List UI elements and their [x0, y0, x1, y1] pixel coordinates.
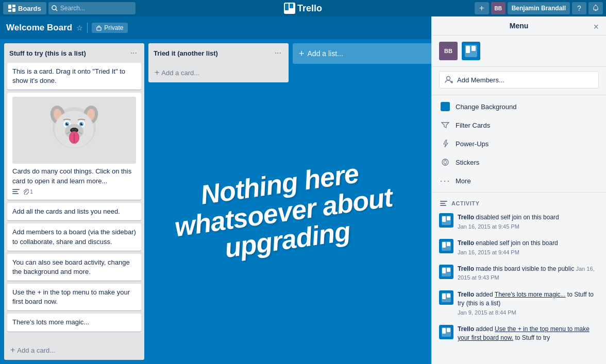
stickers-icon — [440, 157, 450, 167]
menu-item-change-background[interactable]: Change Background — [432, 97, 606, 116]
boards-button[interactable]: Boards — [3, 2, 46, 14]
list-menu-button-1[interactable]: ··· — [128, 47, 139, 59]
boards-icon — [8, 5, 15, 12]
svg-rect-9 — [595, 10, 597, 11]
menu-title: Menu — [510, 22, 529, 30]
filter-cards-icon — [440, 120, 450, 130]
svg-rect-11 — [97, 27, 101, 30]
trello-logo-icon — [465, 45, 477, 57]
card-text-5: You can also see board activity, change … — [12, 258, 130, 275]
activity-item-2: Trello enabled self join on this board J… — [437, 235, 601, 261]
activity-icon — [440, 200, 447, 207]
user-menu-button[interactable]: Benjamin Brandall — [508, 2, 570, 14]
dog-face-svg — [43, 99, 105, 161]
power-ups-icon — [440, 138, 450, 149]
activity-list: Trello disabled self join on this board … — [432, 209, 606, 346]
svg-rect-0 — [8, 5, 11, 9]
list-menu-button-2[interactable]: ··· — [273, 47, 283, 59]
filter-cards-label: Filter Cards — [456, 122, 490, 129]
card-2[interactable]: Cards do many cool things. Click on this… — [7, 93, 141, 200]
board-visibility-button[interactable]: Private — [92, 23, 127, 33]
add-card-label-2: Add a card... — [161, 69, 199, 77]
cards-container-2 — [148, 61, 289, 65]
more-icon: ··· — [440, 176, 450, 186]
user-avatar[interactable]: BB — [491, 2, 506, 14]
power-ups-label: Power-Ups — [456, 140, 489, 148]
add-card-button-2[interactable]: + Add a card... — [149, 65, 288, 80]
svg-rect-8 — [290, 4, 293, 8]
attachment-badge: 1 — [23, 188, 33, 196]
card-1[interactable]: This is a card. Drag it onto "Tried It" … — [7, 63, 141, 90]
activity-text-1: Trello disabled self join on this board … — [458, 213, 599, 231]
activity-text-2: Trello enabled self join on this board J… — [458, 239, 599, 256]
list-stuff-to-try: Stuff to try (this is a list) ··· This i… — [4, 43, 144, 360]
svg-rect-40 — [472, 46, 476, 51]
menu-item-filter-cards[interactable]: Filter Cards — [432, 116, 606, 134]
add-members-button[interactable]: Add Members... — [439, 71, 599, 89]
menu-item-more[interactable]: ··· More — [432, 171, 606, 190]
search-box[interactable] — [48, 2, 136, 14]
svg-rect-64 — [442, 328, 446, 334]
add-members-label: Add Members... — [457, 76, 504, 84]
card-5[interactable]: You can also see board activity, change … — [7, 254, 141, 281]
notification-icon — [592, 5, 599, 12]
svg-rect-1 — [12, 5, 15, 7]
card-text-3: Add all the cards and lists you need. — [12, 207, 120, 215]
svg-rect-55 — [442, 242, 446, 248]
activity-avatar-5 — [439, 325, 453, 339]
svg-rect-58 — [442, 268, 446, 273]
svg-rect-7 — [285, 4, 289, 10]
search-input[interactable] — [60, 5, 132, 12]
activity-avatar-2 — [439, 239, 453, 253]
promo-text-area: Nothing here whatsoever about upgrading — [149, 49, 417, 364]
menu-item-stickers[interactable]: Stickers — [432, 153, 606, 171]
add-card-button-1[interactable]: + Add a card... — [5, 342, 143, 358]
top-nav: Boards Trello + BB Benjamin Brandall ? — [0, 0, 606, 16]
list-header-2: Tried it (another list) ··· — [148, 43, 289, 61]
svg-rect-61 — [442, 293, 446, 299]
svg-point-29 — [75, 129, 77, 131]
description-badge — [12, 189, 20, 194]
help-button[interactable]: ? — [572, 2, 586, 14]
add-list-button[interactable]: + Add a list... — [293, 43, 433, 64]
list-tried-it: Tried it (another list) ··· + Add a card… — [148, 43, 289, 82]
svg-rect-37 — [12, 193, 19, 194]
list-header-1: Stuff to try (this is a list) ··· — [4, 43, 144, 61]
svg-rect-65 — [447, 328, 450, 332]
menu-header: Menu × — [432, 16, 606, 36]
board-title[interactable]: Welcome Board — [6, 23, 72, 33]
attachment-icon — [23, 188, 29, 195]
description-icon — [12, 189, 20, 194]
menu-panel: Menu × BB Add Members... Change — [431, 16, 606, 364]
card-7[interactable]: There's lots more magic... — [7, 314, 141, 331]
card-4[interactable]: Add members to a board (via the sidebar)… — [7, 223, 141, 250]
menu-close-button[interactable]: × — [590, 21, 602, 33]
card-3[interactable]: Add all the cards and lists you need. — [7, 203, 141, 220]
activity-item-4: Trello added There's lots more magic... … — [437, 286, 601, 321]
activity-item-3: Trello made this board visible to the pu… — [437, 261, 601, 286]
trello-icon — [284, 3, 295, 14]
svg-rect-49 — [440, 203, 445, 204]
svg-rect-36 — [12, 191, 18, 192]
add-member-icon — [445, 76, 453, 84]
card-6[interactable]: Use the + in the top menu to make your f… — [7, 284, 141, 310]
activity-avatar-3 — [439, 265, 453, 279]
card-dog-image — [12, 97, 136, 164]
trello-name: Trello — [297, 3, 322, 14]
svg-point-25 — [82, 123, 83, 124]
card-text-4: Add members to a board (via the sidebar)… — [12, 228, 136, 245]
add-button[interactable]: + — [475, 2, 489, 14]
notifications-button[interactable] — [588, 2, 603, 14]
card-text-6: Use the + in the top menu to make your f… — [12, 288, 130, 305]
add-list-label: Add a list... — [308, 49, 343, 58]
list-title-1: Stuff to try (this is a list) — [9, 49, 86, 57]
board-star[interactable]: ☆ — [76, 24, 83, 32]
svg-point-10 — [595, 5, 596, 6]
card-badges-2: 1 — [12, 188, 136, 196]
more-label: More — [456, 177, 471, 185]
menu-item-power-ups[interactable]: Power-Ups — [432, 134, 606, 153]
svg-point-45 — [444, 161, 447, 164]
stickers-label: Stickers — [456, 159, 479, 166]
svg-rect-56 — [447, 242, 450, 246]
add-card-plus-1: + — [10, 345, 15, 355]
